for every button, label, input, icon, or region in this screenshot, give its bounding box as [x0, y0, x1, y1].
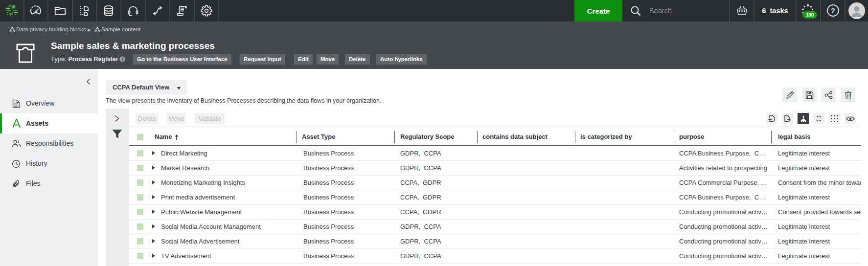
svg-text:?: ? [831, 7, 835, 15]
